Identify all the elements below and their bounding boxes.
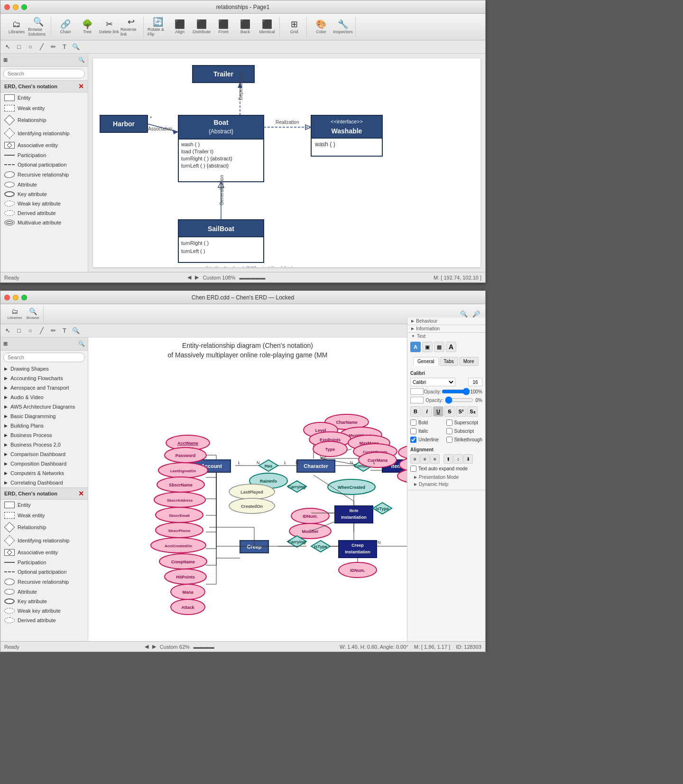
sidebar-item-key-attribute1[interactable]: Key attribute [0, 189, 88, 199]
sidebar-section-building[interactable]: ▶ Building Plans [0, 421, 88, 430]
sidebar-item-associative-entity1[interactable]: Associative entity [0, 140, 88, 150]
text-auto-expand-checkbox[interactable] [410, 466, 416, 472]
zoom-slider2[interactable]: ▬▬▬▬ [194, 644, 214, 650]
sidebar-section-correlating[interactable]: ▶ Correlating Dashboard [0, 478, 88, 487]
sidebar-item-entity2[interactable]: Entity [0, 500, 88, 510]
rect-tool[interactable]: □ [14, 42, 24, 52]
underline-button[interactable]: U [433, 406, 443, 417]
sidebar-item-weak-key2[interactable]: Weak key attribute [0, 606, 88, 616]
reverse-link-button[interactable]: ↩ Reverse link [120, 17, 141, 37]
sidebar-item-weak-key-attribute1[interactable]: Weak key attribute [0, 199, 88, 208]
sidebar-item-key-attribute2[interactable]: Key attribute [0, 597, 88, 606]
sidebar-section-bizprocess2[interactable]: ▶ Business Process 2,0 [0, 440, 88, 449]
close-button1[interactable] [4, 4, 10, 10]
align-button[interactable]: ⬛ Align [169, 17, 190, 37]
nav-back-icon[interactable]: ◀ [187, 274, 191, 280]
inspectors-button[interactable]: 🔧 Inspectors [332, 17, 353, 37]
zoom-tool[interactable]: 🔍 [71, 42, 81, 52]
information-expand[interactable]: ▶ Information [407, 325, 485, 332]
sidebar-item-attribute2[interactable]: Attribute [0, 587, 88, 597]
sidebar-item-derived-attribute1[interactable]: Derived attribute [0, 208, 88, 218]
zoom-slider1[interactable]: ▬▬▬▬▬ [239, 275, 265, 280]
zoom-tool2[interactable]: 🔍 [71, 326, 81, 336]
sidebar-section-computers[interactable]: ▶ Computers & Networks [0, 468, 88, 478]
sidebar-section-audio[interactable]: ▶ Audio & Video [0, 392, 88, 402]
maximize-button2[interactable] [21, 295, 27, 300]
oval-tool2[interactable]: ○ [25, 326, 36, 336]
maximize-button1[interactable] [21, 4, 27, 10]
grid-button[interactable]: ⊞ Grid [284, 17, 305, 37]
search-input2[interactable] [3, 353, 85, 362]
nav-back2[interactable]: ◀ [145, 644, 148, 650]
align-middle-btn[interactable]: ↕ [453, 454, 463, 464]
align-bottom-btn[interactable]: ⬇ [463, 454, 473, 464]
subscript-checkbox[interactable] [446, 428, 452, 434]
line-tool2[interactable]: ╱ [37, 326, 47, 336]
chen-canvas[interactable]: Entity-relationship diagram (Chen's nota… [88, 337, 407, 641]
sidebar-item-multivalue-attribute1[interactable]: Multivalue attribute [0, 218, 88, 227]
canvas-area1[interactable]: Trailer Dependency Harbor Boat {Abstract… [88, 54, 485, 272]
tab-tabs[interactable]: Tabs [440, 357, 458, 366]
libraries-button[interactable]: 🗂 Libraries [6, 17, 27, 37]
sidebar-section-erd2[interactable]: ERD, Chen's notation ✕ [0, 487, 88, 500]
tab-more[interactable]: More [459, 357, 479, 366]
cursor-tool[interactable]: ↖ [2, 42, 13, 52]
sidebar-section-bizprocess[interactable]: ▶ Business Process [0, 430, 88, 440]
nav-forward-icon[interactable]: ▶ [195, 274, 199, 280]
bold-button[interactable]: B [410, 406, 421, 417]
sidebar-section-aerospace[interactable]: ▶ Aerospace and Transport [0, 383, 88, 392]
pen-tool[interactable]: ✏ [48, 42, 58, 52]
italic-button[interactable]: I [422, 406, 432, 417]
line-tool[interactable]: ╱ [37, 42, 47, 52]
highlight-icon[interactable]: ▣ [422, 342, 433, 352]
sidebar-item-participation1[interactable]: Participation [0, 150, 88, 160]
sidebar-item-identifying-relationship1[interactable]: Identifying relationship [0, 127, 88, 140]
sidebar-item-weak-entity1[interactable]: Weak entity [0, 103, 88, 113]
align-right-btn[interactable]: ≡ [430, 454, 440, 464]
section-close-icon[interactable]: ✕ [78, 83, 84, 90]
text-tool2[interactable]: T [59, 326, 70, 336]
sidebar-section-comparison[interactable]: ▶ Comparison Dashboard [0, 449, 88, 459]
sidebar-item-identifying-rel2[interactable]: Identifying relationship [0, 534, 88, 547]
chain-button[interactable]: 🔗 Chain [55, 17, 76, 37]
big-A-icon[interactable]: A [446, 342, 456, 352]
font-size-input[interactable] [468, 378, 482, 386]
font-name-select[interactable]: Calibri [410, 378, 455, 386]
sidebar-section-basic[interactable]: ▶ Basic Diagramming [0, 411, 88, 421]
sidebar-item-attribute1[interactable]: Attribute [0, 180, 88, 189]
sidebar-item-recursive-rel2[interactable]: Recursive relationship [0, 577, 88, 587]
front-button[interactable]: ⬛ Front [213, 17, 234, 37]
section-close-erd2[interactable]: ✕ [78, 490, 84, 497]
distribute-button[interactable]: ⬛ Distribute [191, 17, 212, 37]
color-swatch2[interactable] [410, 397, 424, 403]
sidebar-section-aws[interactable]: ▶ AWS Architecture Diagrams [0, 402, 88, 411]
superscript-checkbox[interactable] [446, 420, 452, 426]
sidebar-section-composition[interactable]: ▶ Composition Dashboard [0, 459, 88, 468]
sidebar-item-assoc-entity2[interactable]: Associative entity [0, 547, 88, 558]
libraries-button2[interactable]: 🗂 Libraries [6, 306, 23, 323]
sidebar-section-accounting[interactable]: ▶ Accounting Flowcharts [0, 373, 88, 383]
search-input1[interactable] [3, 69, 85, 78]
align-center-btn[interactable]: ≡ [420, 454, 430, 464]
sidebar-item-optional-part2[interactable]: Optional participation [0, 567, 88, 577]
subscript-button[interactable]: S₂ [467, 406, 478, 417]
sidebar-item-relationship2[interactable]: Relationship [0, 521, 88, 534]
dynamic-help-expand[interactable]: ▶ Dynamic Help [410, 481, 482, 488]
text-color-icon[interactable]: A [410, 342, 421, 352]
tree-button[interactable]: 🌳 Tree [77, 17, 98, 37]
tab-general[interactable]: General [413, 357, 439, 366]
bold-checkbox[interactable] [410, 420, 416, 426]
minimize-button2[interactable] [13, 295, 18, 300]
sidebar-item-entity1[interactable]: Entity [0, 93, 88, 103]
browse-solutions-button2[interactable]: 🔍 Browse [24, 306, 41, 323]
sidebar-item-optional-participation1[interactable]: Optional participation [0, 160, 88, 169]
behaviour-expand[interactable]: ▶ Behaviour [407, 317, 485, 325]
color-button[interactable]: 🎨 Color [311, 17, 332, 37]
sidebar-item-derived-attr2[interactable]: Derived attribute [0, 616, 88, 625]
sidebar-section-drawing[interactable]: ▶ Drawing Shapes [0, 364, 88, 373]
superscript-button[interactable]: S² [456, 406, 466, 417]
sidebar-item-weak-entity2[interactable]: Weak entity [0, 510, 88, 521]
back-button[interactable]: ⬛ Back [235, 17, 256, 37]
underline-checkbox[interactable] [410, 437, 416, 443]
minimize-button1[interactable] [13, 4, 18, 10]
